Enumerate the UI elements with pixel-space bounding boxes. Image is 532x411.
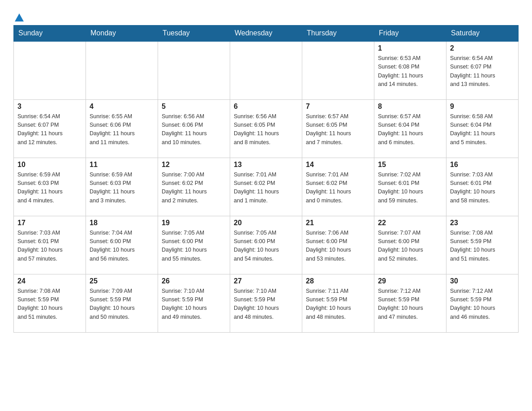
calendar-cell: 6Sunrise: 6:56 AMSunset: 6:05 PMDaylight… [230, 99, 302, 158]
calendar-header: SundayMondayTuesdayWednesdayThursdayFrid… [14, 26, 519, 42]
calendar-week-row: 1Sunrise: 6:53 AMSunset: 6:08 PMDaylight… [14, 41, 519, 99]
day-number: 27 [234, 277, 298, 285]
calendar-cell: 22Sunrise: 7:07 AMSunset: 6:00 PMDayligh… [374, 216, 446, 274]
calendar-cell: 24Sunrise: 7:08 AMSunset: 5:59 PMDayligh… [14, 274, 86, 332]
calendar-cell: 1Sunrise: 6:53 AMSunset: 6:08 PMDaylight… [374, 41, 446, 99]
calendar-cell: 4Sunrise: 6:55 AMSunset: 6:06 PMDaylight… [86, 99, 158, 158]
day-info: Sunrise: 7:11 AMSunset: 5:59 PMDaylight:… [306, 287, 370, 322]
day-number: 26 [162, 277, 226, 285]
day-number: 14 [306, 161, 370, 169]
day-info: Sunrise: 7:04 AMSunset: 6:00 PMDaylight:… [90, 229, 154, 264]
day-info: Sunrise: 7:10 AMSunset: 5:59 PMDaylight:… [162, 287, 226, 322]
day-info: Sunrise: 7:10 AMSunset: 5:59 PMDaylight:… [234, 287, 298, 322]
header [13, 9, 519, 21]
calendar-week-row: 10Sunrise: 6:59 AMSunset: 6:03 PMDayligh… [14, 158, 519, 216]
day-number: 15 [378, 161, 442, 169]
calendar-week-row: 3Sunrise: 6:54 AMSunset: 6:07 PMDaylight… [14, 99, 519, 158]
day-number: 8 [378, 103, 442, 111]
day-info: Sunrise: 7:01 AMSunset: 6:02 PMDaylight:… [234, 171, 298, 206]
day-info: Sunrise: 7:03 AMSunset: 6:01 PMDaylight:… [17, 229, 82, 264]
day-info: Sunrise: 6:54 AMSunset: 6:07 PMDaylight:… [450, 54, 515, 89]
day-info: Sunrise: 7:06 AMSunset: 6:00 PMDaylight:… [306, 229, 370, 264]
day-info: Sunrise: 7:00 AMSunset: 6:02 PMDaylight:… [162, 171, 226, 206]
calendar-cell: 28Sunrise: 7:11 AMSunset: 5:59 PMDayligh… [302, 274, 374, 332]
day-info: Sunrise: 7:01 AMSunset: 6:02 PMDaylight:… [306, 171, 370, 206]
day-number: 18 [90, 219, 154, 227]
day-number: 24 [17, 277, 82, 285]
day-number: 2 [450, 44, 515, 52]
calendar-cell [86, 41, 158, 99]
logo-triangle-icon [15, 13, 24, 21]
day-info: Sunrise: 6:56 AMSunset: 6:06 PMDaylight:… [162, 112, 226, 147]
weekday-header-monday: Monday [86, 26, 158, 42]
day-info: Sunrise: 7:12 AMSunset: 5:59 PMDaylight:… [378, 287, 442, 322]
day-info: Sunrise: 6:57 AMSunset: 6:04 PMDaylight:… [378, 112, 442, 147]
day-number: 22 [378, 219, 442, 227]
day-number: 12 [162, 161, 226, 169]
calendar-cell: 21Sunrise: 7:06 AMSunset: 6:00 PMDayligh… [302, 216, 374, 274]
day-number: 4 [90, 103, 154, 111]
calendar-cell: 25Sunrise: 7:09 AMSunset: 5:59 PMDayligh… [86, 274, 158, 332]
calendar-cell [14, 41, 86, 99]
calendar-body: 1Sunrise: 6:53 AMSunset: 6:08 PMDaylight… [14, 41, 519, 332]
day-info: Sunrise: 6:58 AMSunset: 6:04 PMDaylight:… [450, 112, 515, 147]
calendar-table: SundayMondayTuesdayWednesdayThursdayFrid… [13, 25, 519, 333]
day-number: 11 [90, 161, 154, 169]
calendar-cell: 19Sunrise: 7:05 AMSunset: 6:00 PMDayligh… [158, 216, 230, 274]
calendar-cell: 14Sunrise: 7:01 AMSunset: 6:02 PMDayligh… [302, 158, 374, 216]
day-info: Sunrise: 7:07 AMSunset: 6:00 PMDaylight:… [378, 229, 442, 264]
day-number: 28 [306, 277, 370, 285]
day-number: 17 [17, 219, 82, 227]
day-info: Sunrise: 7:03 AMSunset: 6:01 PMDaylight:… [450, 171, 515, 206]
day-number: 19 [162, 219, 226, 227]
day-number: 6 [234, 103, 298, 111]
calendar-cell: 3Sunrise: 6:54 AMSunset: 6:07 PMDaylight… [14, 99, 86, 158]
calendar-cell [158, 41, 230, 99]
weekday-header-friday: Friday [374, 26, 446, 42]
calendar-cell: 30Sunrise: 7:12 AMSunset: 5:59 PMDayligh… [446, 274, 519, 332]
calendar-cell: 2Sunrise: 6:54 AMSunset: 6:07 PMDaylight… [446, 41, 519, 99]
day-info: Sunrise: 6:55 AMSunset: 6:06 PMDaylight:… [90, 112, 154, 147]
day-number: 7 [306, 103, 370, 111]
calendar-cell: 20Sunrise: 7:05 AMSunset: 6:00 PMDayligh… [230, 216, 302, 274]
day-info: Sunrise: 7:09 AMSunset: 5:59 PMDaylight:… [90, 287, 154, 322]
day-number: 10 [17, 161, 82, 169]
calendar-cell [302, 41, 374, 99]
day-number: 16 [450, 161, 515, 169]
calendar-cell [230, 41, 302, 99]
day-number: 29 [378, 277, 442, 285]
day-number: 25 [90, 277, 154, 285]
logo [13, 9, 24, 21]
day-number: 20 [234, 219, 298, 227]
calendar-cell: 23Sunrise: 7:08 AMSunset: 5:59 PMDayligh… [446, 216, 519, 274]
calendar-cell: 18Sunrise: 7:04 AMSunset: 6:00 PMDayligh… [86, 216, 158, 274]
day-info: Sunrise: 6:54 AMSunset: 6:07 PMDaylight:… [17, 112, 82, 147]
calendar-week-row: 17Sunrise: 7:03 AMSunset: 6:01 PMDayligh… [14, 216, 519, 274]
calendar-cell: 11Sunrise: 6:59 AMSunset: 6:03 PMDayligh… [86, 158, 158, 216]
weekday-header-wednesday: Wednesday [230, 26, 302, 42]
calendar-cell: 15Sunrise: 7:02 AMSunset: 6:01 PMDayligh… [374, 158, 446, 216]
calendar-cell: 10Sunrise: 6:59 AMSunset: 6:03 PMDayligh… [14, 158, 86, 216]
calendar-cell: 5Sunrise: 6:56 AMSunset: 6:06 PMDaylight… [158, 99, 230, 158]
day-number: 13 [234, 161, 298, 169]
calendar-cell: 12Sunrise: 7:00 AMSunset: 6:02 PMDayligh… [158, 158, 230, 216]
day-info: Sunrise: 7:02 AMSunset: 6:01 PMDaylight:… [378, 171, 442, 206]
calendar-cell: 8Sunrise: 6:57 AMSunset: 6:04 PMDaylight… [374, 99, 446, 158]
weekday-header-saturday: Saturday [446, 26, 519, 42]
day-number: 1 [378, 44, 442, 52]
day-number: 3 [17, 103, 82, 111]
day-info: Sunrise: 6:57 AMSunset: 6:05 PMDaylight:… [306, 112, 370, 147]
calendar-cell: 26Sunrise: 7:10 AMSunset: 5:59 PMDayligh… [158, 274, 230, 332]
weekday-header-sunday: Sunday [14, 26, 86, 42]
calendar-week-row: 24Sunrise: 7:08 AMSunset: 5:59 PMDayligh… [14, 274, 519, 332]
day-info: Sunrise: 7:05 AMSunset: 6:00 PMDaylight:… [234, 229, 298, 264]
calendar-cell: 7Sunrise: 6:57 AMSunset: 6:05 PMDaylight… [302, 99, 374, 158]
calendar-cell: 16Sunrise: 7:03 AMSunset: 6:01 PMDayligh… [446, 158, 519, 216]
calendar-cell: 29Sunrise: 7:12 AMSunset: 5:59 PMDayligh… [374, 274, 446, 332]
day-info: Sunrise: 6:59 AMSunset: 6:03 PMDaylight:… [90, 171, 154, 206]
calendar-cell: 17Sunrise: 7:03 AMSunset: 6:01 PMDayligh… [14, 216, 86, 274]
weekday-header-row: SundayMondayTuesdayWednesdayThursdayFrid… [14, 26, 519, 42]
day-number: 21 [306, 219, 370, 227]
day-number: 23 [450, 219, 515, 227]
weekday-header-tuesday: Tuesday [158, 26, 230, 42]
